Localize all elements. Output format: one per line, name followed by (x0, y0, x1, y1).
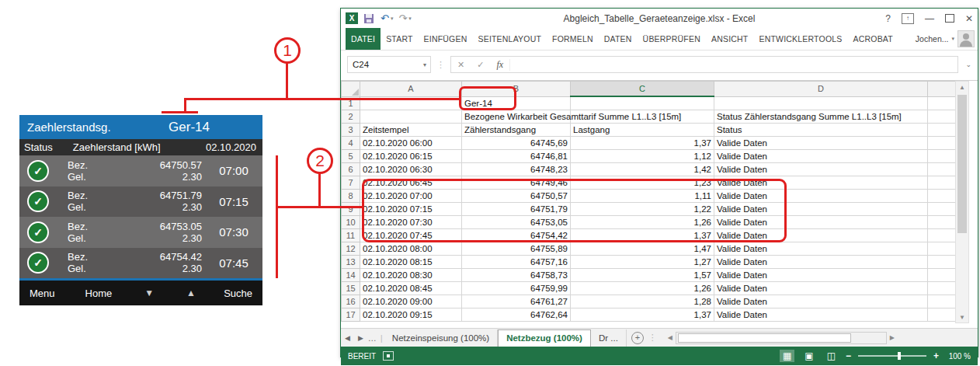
row-header-11[interactable]: 11 (342, 229, 360, 242)
cell-B16[interactable]: 64761,27 (462, 295, 571, 308)
column-header-E[interactable] (928, 82, 959, 97)
column-header-A[interactable]: A (360, 82, 462, 97)
column-header-D[interactable]: D (714, 82, 928, 97)
row-header-17[interactable]: 17 (342, 308, 360, 322)
cell-E7[interactable] (928, 176, 959, 190)
normal-view-icon[interactable]: ▦ (780, 350, 794, 362)
cell-E6[interactable] (928, 163, 959, 176)
page-layout-view-icon[interactable]: ▣ (801, 350, 816, 362)
cell-E1[interactable] (928, 96, 959, 110)
cell-E3[interactable] (928, 124, 959, 137)
cell-B5[interactable]: 64746,81 (462, 150, 571, 163)
cell-C16[interactable]: 1,28 (571, 295, 714, 308)
macro-record-icon[interactable] (383, 351, 394, 361)
scroll-left-icon[interactable]: ◀ (665, 334, 676, 341)
ribbon-tab-seitenlayout[interactable]: SEITENLAYOUT (472, 28, 547, 50)
cell-D13[interactable]: Valide Daten (714, 256, 928, 269)
cell-E10[interactable] (928, 216, 959, 229)
cell-D3[interactable]: Status (714, 124, 928, 137)
cell-C15[interactable]: 1,26 (571, 282, 714, 295)
cell-D5[interactable]: Valide Daten (714, 150, 928, 163)
cell-B14[interactable]: 64758,73 (462, 269, 571, 282)
tab-scroll-splitter[interactable]: ⋮ (648, 333, 657, 343)
cell-D17[interactable]: Valide Daten (714, 308, 928, 322)
name-box[interactable]: C24 ▾ (347, 56, 431, 73)
formula-input[interactable] (510, 57, 957, 72)
cell-E11[interactable] (928, 229, 959, 242)
row-header-13[interactable]: 13 (342, 256, 360, 269)
cell-B3[interactable]: Zählerstandsgang (462, 124, 571, 137)
zoom-slider[interactable] (858, 355, 926, 357)
row-header-2[interactable]: 2 (342, 110, 360, 124)
cell-D16[interactable]: Valide Daten (714, 295, 928, 308)
horizontal-scrollbar-thumb[interactable] (678, 333, 851, 343)
ribbon-tab-datei[interactable]: DATEI (346, 28, 381, 50)
formula-bar-splitter[interactable]: ⋮ (436, 60, 445, 70)
ribbon-tab-acrobat[interactable]: ACROBAT (848, 28, 898, 50)
cell-C6[interactable]: 1,42 (571, 163, 714, 176)
cell-B15[interactable]: 64759,99 (462, 282, 571, 295)
cell-E4[interactable] (928, 137, 959, 150)
ribbon-tab-start[interactable]: START (381, 28, 418, 50)
ribbon-tab-ueberpruefen[interactable]: ÜBERPRÜFEN (638, 28, 706, 50)
cell-C17[interactable]: 1,37 (571, 308, 714, 322)
undo-icon[interactable]: ↶ (381, 13, 389, 23)
cell-D1[interactable] (714, 96, 928, 110)
cell-E16[interactable] (928, 295, 959, 308)
row-header-4[interactable]: 4 (342, 137, 360, 150)
cell-B12[interactable]: 64755,89 (462, 242, 571, 256)
ribbon-tab-daten[interactable]: DATEN (599, 28, 638, 50)
scroll-right-icon[interactable]: ▶ (887, 334, 898, 341)
cell-A3[interactable]: Zeitstempel (360, 124, 462, 137)
cell-E8[interactable] (928, 190, 959, 203)
horizontal-scrollbar-track[interactable] (676, 332, 887, 344)
sheet-tab-netzeinspeisung[interactable]: Netzeinspeisung (100%) (384, 329, 498, 347)
cell-A2[interactable] (360, 110, 462, 124)
help-button[interactable]: ? (885, 13, 891, 24)
cancel-entry-icon[interactable]: ✕ (451, 60, 471, 70)
ribbon-tab-ansicht[interactable]: ANSICHT (706, 28, 754, 50)
cell-C13[interactable]: 1,27 (571, 256, 714, 269)
redo-icon[interactable]: ↷ (398, 13, 407, 23)
cell-D15[interactable]: Valide Daten (714, 282, 928, 295)
cell-E13[interactable] (928, 256, 959, 269)
next-sheet-icon[interactable]: ▶ (354, 334, 367, 342)
cell-A12[interactable]: 02.10.2020 08:00 (360, 242, 462, 256)
cell-A17[interactable]: 02.10.2020 09:15 (360, 308, 462, 322)
row-header-10[interactable]: 10 (342, 216, 360, 229)
cell-B4[interactable]: 64745,69 (462, 137, 571, 150)
row-header-8[interactable]: 8 (342, 190, 360, 203)
cell-E17[interactable] (928, 308, 959, 322)
row-header-5[interactable]: 5 (342, 150, 360, 163)
row-header-6[interactable]: 6 (342, 163, 360, 176)
row-header-3[interactable]: 3 (342, 124, 360, 137)
cell-D2[interactable]: Status Zählerstandsgang Summe L1..L3 [15… (714, 110, 928, 124)
cell-C5[interactable]: 1,12 (571, 150, 714, 163)
confirm-entry-icon[interactable]: ✓ (471, 60, 490, 70)
maximize-button[interactable] (945, 14, 954, 23)
cell-A15[interactable]: 02.10.2020 08:45 (360, 282, 462, 295)
ribbon-tab-entwicklertools[interactable]: ENTWICKLERTOOLS (753, 28, 847, 50)
ribbon-tab-einfuegen[interactable]: EINFÜGEN (419, 28, 473, 50)
cell-B2[interactable]: Bezogene Wirkarbeit Gesamttarif Summe L1… (462, 110, 571, 124)
zoom-level-label[interactable]: 100 % (946, 352, 971, 361)
name-box-caret-icon[interactable]: ▾ (423, 61, 430, 68)
zoom-out-icon[interactable]: − (846, 350, 851, 361)
cell-A6[interactable]: 02.10.2020 06:30 (360, 163, 462, 176)
expand-formula-bar-icon[interactable]: ⌄ (964, 61, 971, 68)
cell-B17[interactable]: 64762,64 (462, 308, 571, 322)
row-header-7[interactable]: 7 (342, 176, 360, 190)
sheet-tab-netzbezug[interactable]: Netzbezug (100%) (498, 329, 591, 347)
ribbon-display-options-button[interactable]: ↑ (902, 13, 914, 24)
undo-caret-icon[interactable]: ▾ (391, 16, 394, 22)
vertical-scrollbar[interactable]: ▲ ▼ (955, 81, 969, 323)
page-break-view-icon[interactable]: ◫ (824, 350, 839, 362)
home-button[interactable]: Home (85, 288, 113, 299)
search-button[interactable]: Suche (224, 288, 262, 299)
cell-A13[interactable]: 02.10.2020 08:15 (360, 256, 462, 269)
cell-A5[interactable]: 02.10.2020 06:15 (360, 150, 462, 163)
column-header-C[interactable]: C (571, 82, 714, 97)
cell-B6[interactable]: 64748,23 (462, 163, 571, 176)
menu-button[interactable]: Menu (19, 288, 55, 299)
vertical-scrollbar-thumb[interactable] (957, 95, 967, 233)
